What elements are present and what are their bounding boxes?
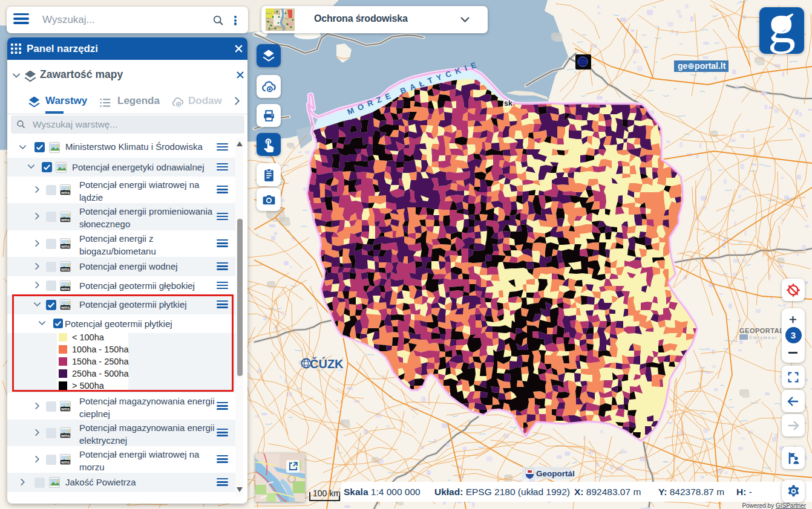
svg-text:Geoportál: Geoportál: [536, 469, 575, 478]
svg-text:ge⊕portal.lt: ge⊕portal.lt: [678, 61, 726, 71]
svg-text:sk: sk: [504, 99, 512, 108]
svg-text:ČÚZK: ČÚZK: [310, 357, 344, 371]
svg-text:© m i y m n u r: © m i y m n u r: [749, 336, 777, 340]
svg-text:GEOPORTAL.: GEOPORTAL.: [739, 327, 786, 334]
